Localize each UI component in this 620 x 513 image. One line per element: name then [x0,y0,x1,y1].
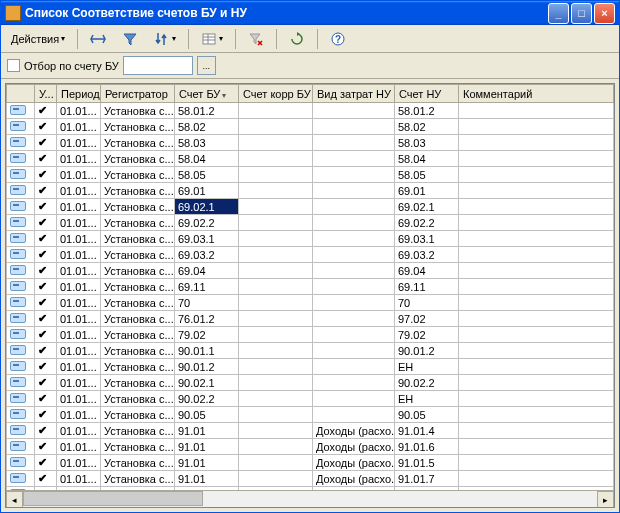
cell[interactable] [7,343,35,359]
cell[interactable]: Установка с... [101,247,175,263]
cell[interactable]: Установка с... [101,279,175,295]
cell[interactable] [7,183,35,199]
cell[interactable] [239,359,313,375]
cell[interactable]: 76.01.2 [175,311,239,327]
cell[interactable]: 69.02.1 [175,199,239,215]
table-row[interactable]: ✔01.01...Установка с...69.02.169.02.1 [7,199,614,215]
cell[interactable]: 01.01... [57,311,101,327]
cell[interactable]: 69.02.2 [395,215,459,231]
cell[interactable] [459,311,614,327]
cell[interactable] [7,167,35,183]
cell[interactable]: 58.03 [395,135,459,151]
cell[interactable] [313,407,395,423]
cell[interactable]: ✔ [35,167,57,183]
scroll-right-button[interactable]: ▸ [597,491,614,508]
cell[interactable]: 90.01.2 [175,359,239,375]
cell[interactable]: ✔ [35,407,57,423]
table-row[interactable]: ✔01.01...Установка с...58.0558.05 [7,167,614,183]
cell[interactable] [7,263,35,279]
cell[interactable]: ✔ [35,151,57,167]
cell[interactable] [239,103,313,119]
titlebar[interactable]: Список Соответствие счетов БУ и НУ _ □ × [1,1,619,25]
cell[interactable] [239,391,313,407]
column-header[interactable]: Счет корр БУ [239,85,313,103]
cell[interactable] [7,231,35,247]
filter-input[interactable] [123,56,193,75]
cell[interactable] [7,423,35,439]
cell[interactable] [239,167,313,183]
cell[interactable]: 01.01... [57,151,101,167]
table-row[interactable]: ✔01.01...Установка с...90.0590.05 [7,407,614,423]
cell[interactable]: Доходы (расхо... [313,423,395,439]
cell[interactable]: Установка с... [101,439,175,455]
actions-menu[interactable]: Действия ▾ [5,28,71,50]
cell[interactable] [7,279,35,295]
cell[interactable]: 69.11 [175,279,239,295]
cell[interactable] [459,167,614,183]
cell[interactable] [313,279,395,295]
cell[interactable] [7,215,35,231]
column-header[interactable]: Период [57,85,101,103]
cell[interactable] [239,407,313,423]
table-row[interactable]: ✔01.01...Установка с...90.01.2ЕН [7,359,614,375]
cell[interactable] [239,471,313,487]
cell[interactable] [239,247,313,263]
cell[interactable]: 97.02 [395,311,459,327]
column-header[interactable]: У... [35,85,57,103]
cell[interactable]: Установка с... [101,215,175,231]
cell[interactable] [239,327,313,343]
cell[interactable]: 01.01... [57,135,101,151]
close-button[interactable]: × [594,3,615,24]
minimize-button[interactable]: _ [548,3,569,24]
cell[interactable]: Установка с... [101,407,175,423]
cell[interactable] [7,247,35,263]
cell[interactable]: 01.01... [57,263,101,279]
cell[interactable]: 91.01 [175,439,239,455]
column-header[interactable]: Счет БУ▾ [175,85,239,103]
cell[interactable] [239,279,313,295]
cell[interactable]: ✔ [35,231,57,247]
cell[interactable] [313,199,395,215]
cell[interactable]: 01.01... [57,247,101,263]
filter-checkbox[interactable] [7,59,20,72]
cell[interactable]: ✔ [35,391,57,407]
go-to-button[interactable] [84,28,112,50]
cell[interactable]: 58.04 [395,151,459,167]
cell[interactable]: ✔ [35,263,57,279]
column-header[interactable]: Вид затрат НУ [313,85,395,103]
cell[interactable]: 01.01... [57,183,101,199]
filter-picker-button[interactable]: ... [197,56,216,75]
cell[interactable] [239,455,313,471]
cell[interactable]: Установка с... [101,471,175,487]
cell[interactable]: ✔ [35,279,57,295]
cell[interactable] [7,327,35,343]
cell[interactable]: 01.01... [57,439,101,455]
cell[interactable]: ✔ [35,375,57,391]
cell[interactable]: ✔ [35,311,57,327]
cell[interactable]: Установка с... [101,375,175,391]
cell[interactable] [459,407,614,423]
help-button[interactable]: ? [324,28,352,50]
cell[interactable]: 90.01.1 [175,343,239,359]
grid-scroll[interactable]: У...ПериодРегистраторСчет БУ▾Счет корр Б… [6,84,614,490]
maximize-button[interactable]: □ [571,3,592,24]
cell[interactable] [239,423,313,439]
cell[interactable]: Доходы (расхо... [313,439,395,455]
cell[interactable] [459,183,614,199]
cell[interactable] [7,391,35,407]
cell[interactable] [7,135,35,151]
cell[interactable]: 91.01.6 [395,439,459,455]
cell[interactable]: 01.01... [57,455,101,471]
cell[interactable] [313,263,395,279]
cell[interactable]: Установка с... [101,103,175,119]
cell[interactable]: 91.01 [175,471,239,487]
scroll-thumb[interactable] [23,491,203,506]
cell[interactable] [313,151,395,167]
cell[interactable] [459,375,614,391]
table-row[interactable]: ✔01.01...Установка с...69.0169.01 [7,183,614,199]
cell[interactable] [313,231,395,247]
cell[interactable]: 69.01 [395,183,459,199]
cell[interactable]: Установка с... [101,119,175,135]
cell[interactable]: 90.02.2 [175,391,239,407]
cell[interactable]: Установка с... [101,199,175,215]
